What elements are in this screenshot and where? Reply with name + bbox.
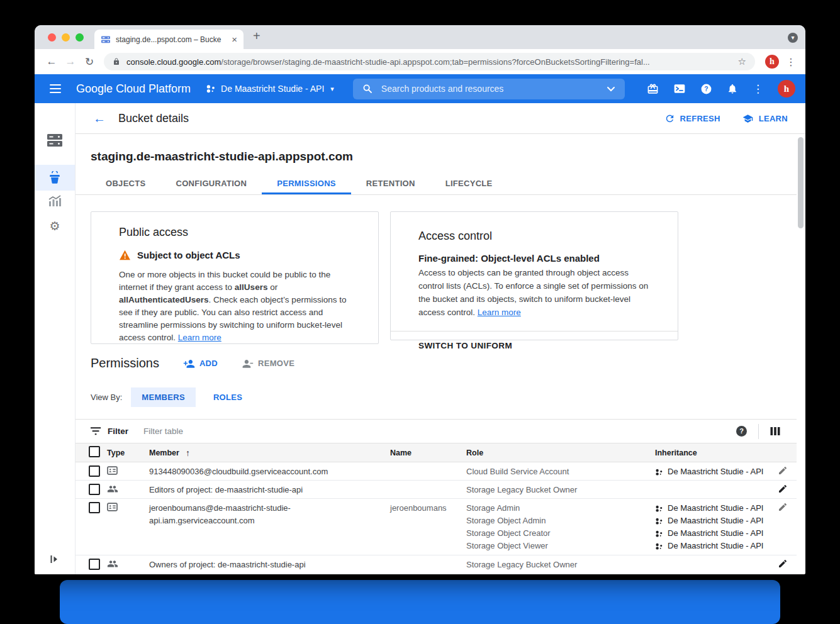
public-access-card: Public access Subject to object ACLs One… [91, 211, 379, 344]
row-checkbox[interactable] [89, 502, 100, 513]
browser-forward-button[interactable]: → [61, 55, 80, 68]
bookmark-star-icon[interactable]: ☆ [738, 56, 746, 67]
help-icon[interactable]: ? [700, 83, 712, 95]
view-by-members-toggle[interactable]: MEMBERS [131, 387, 196, 407]
screen: staging.de...pspot.com – Bucke × + ▾ ← →… [0, 0, 840, 624]
column-member[interactable]: Member↑ [149, 448, 390, 458]
tab-lifecycle[interactable]: LIFECYCLE [430, 173, 508, 194]
project-selector[interactable]: De Maastricht Studie - API ▾ [206, 84, 334, 94]
search-placeholder: Search products and resources [381, 84, 598, 94]
column-inheritance[interactable]: Inheritance [655, 448, 778, 457]
remove-member-button[interactable]: REMOVE [242, 359, 294, 368]
edit-member-icon[interactable] [778, 502, 797, 512]
browser-reload-button[interactable]: ↻ [80, 55, 99, 69]
notifications-bell-icon[interactable] [727, 83, 738, 94]
tab-search-icon[interactable]: ▾ [788, 33, 798, 43]
learn-button[interactable]: LEARN [742, 113, 788, 124]
select-all-checkbox[interactable] [89, 446, 100, 457]
brand-title[interactable]: Google Cloud Platform [76, 82, 191, 96]
group-icon [107, 559, 149, 568]
search-input[interactable]: Search products and resources [353, 79, 625, 99]
column-name[interactable]: Name [390, 448, 466, 457]
tab-permissions[interactable]: PERMISSIONS [262, 173, 351, 194]
address-bar[interactable]: console.cloud.google.com /storage/browse… [104, 53, 755, 70]
header-overflow-icon[interactable]: ⋮ [753, 82, 763, 96]
filter-input[interactable]: Filter table [143, 426, 183, 436]
browser-back-button[interactable]: ← [42, 55, 61, 68]
project-icon [655, 468, 663, 476]
new-tab-button[interactable]: + [253, 29, 260, 43]
scrollbar[interactable] [798, 137, 804, 228]
search-chevron-icon[interactable] [607, 86, 615, 92]
bucket-name: staging.de-maastricht-studie-api.appspot… [91, 150, 353, 164]
project-icon [655, 542, 663, 550]
minimize-window-button[interactable] [62, 33, 70, 42]
table-row: Owners of project: de-maastricht-studie-… [76, 555, 797, 574]
extension-icon[interactable]: h [765, 55, 779, 69]
access-control-subtitle: Fine-grained: Object-level ACLs enabled [418, 253, 650, 264]
edit-member-icon[interactable] [778, 559, 797, 569]
row-checkbox[interactable] [89, 559, 100, 570]
column-options-icon[interactable] [770, 426, 780, 436]
access-control-body: Access to objects can be granted through… [418, 266, 650, 319]
learn-more-link[interactable]: Learn more [478, 308, 521, 317]
column-role[interactable]: Role [466, 448, 655, 457]
public-access-body: One or more objects in this bucket could… [119, 269, 350, 344]
view-by-label: View By: [91, 393, 122, 402]
gift-icon[interactable] [647, 83, 659, 95]
tab-configuration[interactable]: CONFIGURATION [161, 173, 262, 194]
public-access-title: Public access [119, 226, 350, 239]
tab-strip: staging.de...pspot.com – Bucke × + ▾ [35, 25, 805, 49]
group-icon [107, 484, 149, 493]
sidebar-item-settings[interactable]: ⚙ [35, 219, 75, 233]
back-button[interactable]: ← [93, 111, 106, 126]
sidebar-item-buckets[interactable] [35, 165, 75, 191]
tab-close-icon[interactable]: × [232, 35, 237, 44]
project-icon [206, 84, 216, 94]
sidebar-collapse-icon[interactable] [35, 554, 75, 564]
tab-title: staging.de...pspot.com – Bucke [116, 35, 227, 44]
service-account-icon [107, 466, 149, 475]
inheritance-value: De Maastricht Studie - API [655, 515, 778, 527]
browser-window: staging.de...pspot.com – Bucke × + ▾ ← →… [35, 25, 805, 574]
tab-objects[interactable]: OBJECTS [91, 173, 161, 194]
edit-member-icon[interactable] [778, 484, 797, 494]
cloud-shell-icon[interactable] [673, 82, 686, 95]
bucket-tabs: OBJECTS CONFIGURATION PERMISSIONS RETENT… [76, 173, 797, 195]
service-account-icon [107, 503, 149, 511]
svg-text:?: ? [704, 86, 708, 92]
page-app-bar: ← Bucket details REFRESH LEARN [76, 103, 805, 134]
column-type[interactable]: Type [107, 448, 149, 457]
permissions-title: Permissions [91, 356, 159, 370]
sidebar-item-monitoring[interactable] [35, 195, 75, 208]
inheritance-value: De Maastricht Studie - API [655, 502, 778, 515]
switch-to-uniform-button[interactable]: SWITCH TO UNIFORM [391, 332, 678, 360]
close-window-button[interactable] [48, 33, 56, 42]
sidebar: ⚙ [35, 103, 76, 574]
edit-member-icon[interactable] [778, 465, 797, 476]
maximize-window-button[interactable] [76, 33, 84, 42]
hamburger-menu-icon[interactable] [50, 82, 61, 96]
inheritance-value: De Maastricht Studie - API [655, 527, 778, 540]
browser-tab[interactable]: staging.de...pspot.com – Bucke × [94, 30, 244, 49]
tab-retention[interactable]: RETENTION [351, 173, 430, 194]
main-content: staging.de-maastricht-studie-api.appspot… [76, 134, 797, 574]
project-icon [655, 530, 663, 538]
background-window [60, 580, 780, 624]
row-checkbox[interactable] [89, 484, 100, 495]
avatar[interactable]: h [778, 80, 795, 98]
row-checkbox[interactable] [89, 465, 100, 477]
browser-menu-icon[interactable]: ⋮ [784, 56, 798, 68]
view-by-roles-toggle[interactable]: ROLES [213, 393, 242, 402]
project-icon [655, 504, 663, 513]
add-member-button[interactable]: ADD [183, 359, 218, 368]
table-help-icon[interactable]: ? [736, 426, 747, 437]
sidebar-item-storage[interactable] [35, 133, 75, 147]
access-control-title: Access control [418, 230, 650, 243]
table-row: Editors of project: de-maastricht-studie… [76, 481, 797, 499]
chevron-down-icon: ▾ [330, 85, 334, 93]
inheritance-value: De Maastricht Studie - API [655, 465, 778, 478]
url-domain: console.cloud.google.com [126, 57, 221, 67]
refresh-button[interactable]: REFRESH [664, 113, 720, 124]
learn-more-link[interactable]: Learn more [178, 333, 221, 342]
